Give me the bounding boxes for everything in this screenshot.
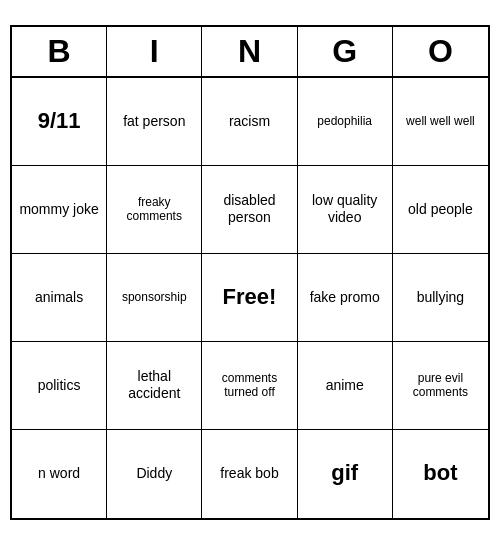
- cell-text: lethal accident: [111, 368, 197, 402]
- bingo-cell[interactable]: freak bob: [202, 430, 297, 518]
- header-letter: O: [393, 27, 488, 76]
- bingo-cell[interactable]: n word: [12, 430, 107, 518]
- cell-text: fat person: [123, 113, 185, 130]
- bingo-cell[interactable]: disabled person: [202, 166, 297, 254]
- cell-text: Diddy: [136, 465, 172, 482]
- bingo-cell[interactable]: 9/11: [12, 78, 107, 166]
- cell-text: gif: [331, 460, 358, 486]
- cell-text: pure evil comments: [397, 371, 484, 400]
- cell-text: pedophilia: [317, 114, 372, 128]
- bingo-cell[interactable]: anime: [298, 342, 393, 430]
- cell-text: mommy joke: [19, 201, 98, 218]
- bingo-cell[interactable]: pedophilia: [298, 78, 393, 166]
- cell-text: 9/11: [38, 108, 81, 134]
- bingo-cell[interactable]: freaky comments: [107, 166, 202, 254]
- cell-text: politics: [38, 377, 81, 394]
- bingo-cell[interactable]: fat person: [107, 78, 202, 166]
- bingo-cell[interactable]: Free!: [202, 254, 297, 342]
- cell-text: Free!: [223, 284, 277, 310]
- bingo-cell[interactable]: politics: [12, 342, 107, 430]
- cell-text: comments turned off: [206, 371, 292, 400]
- bingo-cell[interactable]: old people: [393, 166, 488, 254]
- header-letter: I: [107, 27, 202, 76]
- header-letter: B: [12, 27, 107, 76]
- cell-text: freak bob: [220, 465, 278, 482]
- bingo-cell[interactable]: well well well: [393, 78, 488, 166]
- bingo-cell[interactable]: animals: [12, 254, 107, 342]
- bingo-cell[interactable]: bot: [393, 430, 488, 518]
- bingo-cell[interactable]: bullying: [393, 254, 488, 342]
- bingo-cell[interactable]: comments turned off: [202, 342, 297, 430]
- bingo-cell[interactable]: lethal accident: [107, 342, 202, 430]
- bingo-cell[interactable]: gif: [298, 430, 393, 518]
- bingo-card: BINGO 9/11fat personracismpedophiliawell…: [10, 25, 490, 520]
- cell-text: anime: [326, 377, 364, 394]
- cell-text: old people: [408, 201, 473, 218]
- bingo-cell[interactable]: fake promo: [298, 254, 393, 342]
- cell-text: bullying: [417, 289, 464, 306]
- bingo-cell[interactable]: pure evil comments: [393, 342, 488, 430]
- cell-text: sponsorship: [122, 290, 187, 304]
- cell-text: animals: [35, 289, 83, 306]
- cell-text: freaky comments: [111, 195, 197, 224]
- bingo-cell[interactable]: racism: [202, 78, 297, 166]
- cell-text: racism: [229, 113, 270, 130]
- bingo-cell[interactable]: mommy joke: [12, 166, 107, 254]
- header-letter: N: [202, 27, 297, 76]
- bingo-cell[interactable]: sponsorship: [107, 254, 202, 342]
- cell-text: low quality video: [302, 192, 388, 226]
- cell-text: n word: [38, 465, 80, 482]
- cell-text: disabled person: [206, 192, 292, 226]
- bingo-header: BINGO: [12, 27, 488, 78]
- header-letter: G: [298, 27, 393, 76]
- bingo-grid: 9/11fat personracismpedophiliawell well …: [12, 78, 488, 518]
- cell-text: bot: [423, 460, 457, 486]
- cell-text: well well well: [406, 114, 475, 128]
- cell-text: fake promo: [310, 289, 380, 306]
- bingo-cell[interactable]: low quality video: [298, 166, 393, 254]
- bingo-cell[interactable]: Diddy: [107, 430, 202, 518]
